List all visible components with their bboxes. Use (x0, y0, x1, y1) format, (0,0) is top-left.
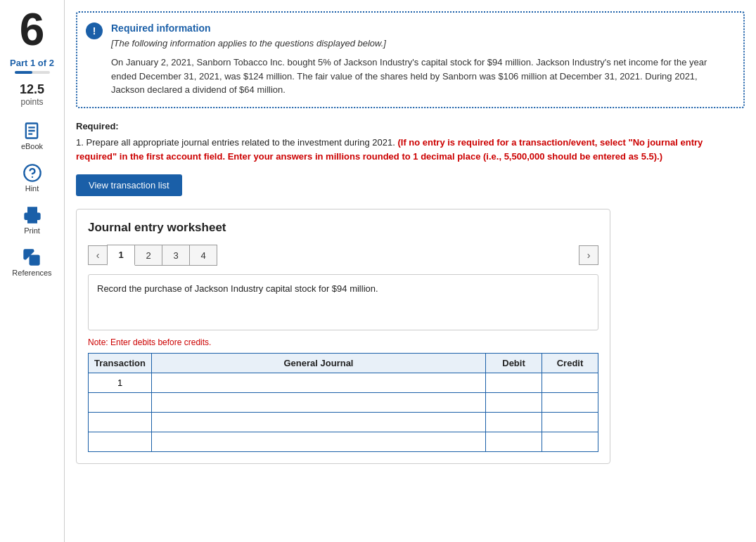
debit-input-3[interactable] (492, 417, 536, 427)
general-journal-cell-2[interactable] (152, 393, 486, 413)
table-row (89, 432, 598, 452)
col-header-general-journal: General Journal (152, 354, 486, 373)
credit-input-3[interactable] (548, 417, 592, 427)
sidebar: 6 Part 1 of 2 12.5 points eBook Hint Pri… (0, 0, 65, 542)
table-row (89, 393, 598, 413)
journal-entry-worksheet: Journal entry worksheet ‹ 1 2 3 4 › Reco… (76, 209, 610, 464)
sidebar-item-references-label: References (12, 269, 51, 277)
credit-cell-2[interactable] (542, 393, 598, 413)
info-box-subtitle: [The following information applies to th… (111, 38, 732, 49)
required-title: Required: (76, 121, 745, 131)
part-progress-bar (15, 71, 50, 74)
debit-input-2[interactable] (492, 397, 536, 408)
debit-cell-4[interactable] (486, 432, 542, 452)
credit-cell-3[interactable] (542, 413, 598, 432)
sidebar-item-hint-label: Hint (25, 184, 39, 193)
sidebar-item-print-label: Print (24, 226, 40, 235)
journal-table: Transaction General Journal Debit Credit… (88, 353, 598, 452)
sidebar-item-hint[interactable]: Hint (23, 163, 42, 193)
credit-cell-1[interactable] (542, 373, 598, 393)
required-section: Required: 1. Prepare all appropriate jou… (76, 121, 745, 165)
note-text: Note: Enter debits before credits. (88, 337, 598, 347)
transaction-cell-1: 1 (89, 373, 152, 393)
general-journal-input-1[interactable] (158, 378, 480, 388)
required-instruction: 1. Prepare all appropriate journal entri… (76, 136, 745, 165)
record-instruction-box: Record the purchase of Jackson Industry … (88, 274, 598, 330)
credit-cell-4[interactable] (542, 432, 598, 452)
general-journal-input-2[interactable] (158, 397, 480, 408)
info-box-title: Required information (111, 22, 732, 34)
col-header-credit: Credit (542, 354, 598, 373)
col-header-debit: Debit (486, 354, 542, 373)
credit-input-1[interactable] (548, 378, 592, 388)
worksheet-title: Journal entry worksheet (88, 221, 598, 235)
general-journal-cell-3[interactable] (152, 413, 486, 432)
sidebar-item-ebook-label: eBook (21, 142, 43, 150)
tab-3[interactable]: 3 (162, 245, 190, 266)
table-row (89, 413, 598, 432)
debit-cell-3[interactable] (486, 413, 542, 432)
general-journal-cell-4[interactable] (152, 432, 486, 452)
svg-point-1 (31, 176, 32, 178)
transaction-cell-2 (89, 393, 152, 413)
points-label: points (20, 97, 43, 107)
sidebar-item-ebook[interactable]: eBook (21, 121, 43, 150)
transaction-cell-4 (89, 432, 152, 452)
debit-input-4[interactable] (492, 437, 536, 447)
table-row: 1 (89, 373, 598, 393)
hint-icon (23, 163, 42, 183)
tabs-navigation: ‹ 1 2 3 4 › (88, 245, 598, 266)
general-journal-cell-1[interactable] (152, 373, 486, 393)
tab-4[interactable]: 4 (189, 245, 217, 266)
book-icon (22, 121, 41, 141)
info-box: ! Required information [The following in… (76, 11, 745, 108)
print-icon (23, 205, 42, 225)
view-transaction-list-button[interactable]: View transaction list (76, 174, 182, 196)
debit-cell-2[interactable] (486, 393, 542, 413)
info-box-body: On January 2, 2021, Sanborn Tobacco Inc.… (111, 56, 732, 97)
record-instruction-text: Record the purchase of Jackson Industry … (97, 283, 378, 294)
part-label: Part 1 of 2 (10, 58, 54, 68)
debit-input-1[interactable] (492, 378, 536, 388)
required-item-number: 1. (76, 137, 84, 148)
main-content: ! Required information [The following in… (65, 0, 756, 542)
required-instruction-normal: Prepare all appropriate journal entries … (86, 137, 395, 148)
col-header-transaction: Transaction (89, 354, 152, 373)
general-journal-input-3[interactable] (158, 417, 480, 427)
info-icon: ! (86, 22, 103, 39)
sidebar-item-print[interactable]: Print (23, 205, 42, 235)
tab-1[interactable]: 1 (107, 245, 135, 266)
svg-rect-2 (30, 255, 40, 266)
tab-prev-button[interactable]: ‹ (88, 245, 108, 265)
sidebar-item-references[interactable]: References (12, 247, 51, 277)
credit-input-4[interactable] (548, 437, 592, 447)
tab-2[interactable]: 2 (134, 245, 162, 266)
transaction-cell-3 (89, 413, 152, 432)
tab-next-button[interactable]: › (579, 245, 598, 265)
part-progress-fill (15, 71, 32, 74)
general-journal-input-4[interactable] (158, 437, 480, 447)
debit-cell-1[interactable] (486, 373, 542, 393)
points-value: 12.5 (20, 82, 44, 97)
credit-input-2[interactable] (548, 397, 592, 408)
question-number: 6 (20, 7, 45, 52)
copy-icon (22, 247, 41, 267)
